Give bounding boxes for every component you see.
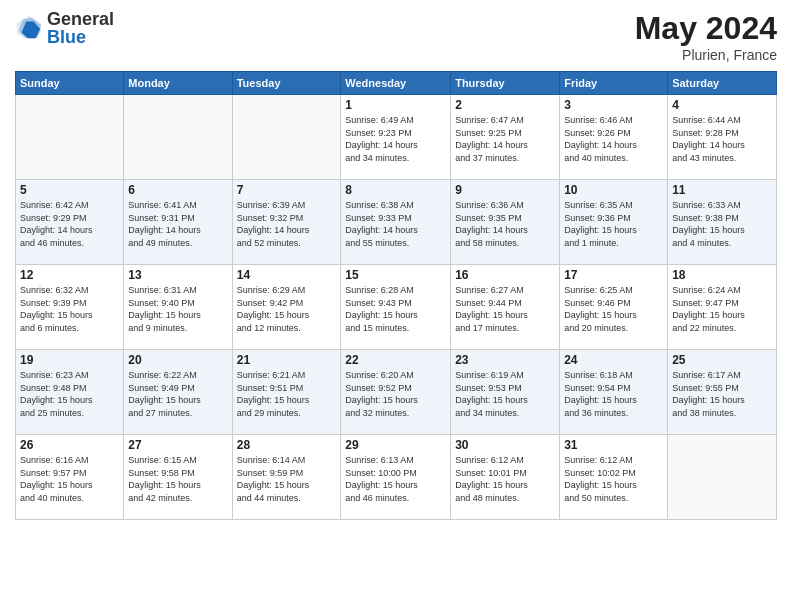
day-number: 22 <box>345 353 446 367</box>
calendar-day: 26Sunrise: 6:16 AM Sunset: 9:57 PM Dayli… <box>16 435 124 520</box>
day-info: Sunrise: 6:46 AM Sunset: 9:26 PM Dayligh… <box>564 114 663 164</box>
calendar-header: Sunday Monday Tuesday Wednesday Thursday… <box>16 72 777 95</box>
calendar-day: 15Sunrise: 6:28 AM Sunset: 9:43 PM Dayli… <box>341 265 451 350</box>
day-number: 11 <box>672 183 772 197</box>
calendar: Sunday Monday Tuesday Wednesday Thursday… <box>15 71 777 520</box>
logo-general-text: General <box>47 10 114 28</box>
title-block: May 2024 Plurien, France <box>635 10 777 63</box>
calendar-week-row: 1Sunrise: 6:49 AM Sunset: 9:23 PM Daylig… <box>16 95 777 180</box>
day-number: 4 <box>672 98 772 112</box>
calendar-day <box>232 95 341 180</box>
subtitle: Plurien, France <box>635 47 777 63</box>
day-info: Sunrise: 6:12 AM Sunset: 10:01 PM Daylig… <box>455 454 555 504</box>
header: General Blue May 2024 Plurien, France <box>15 10 777 63</box>
header-friday: Friday <box>560 72 668 95</box>
calendar-day: 17Sunrise: 6:25 AM Sunset: 9:46 PM Dayli… <box>560 265 668 350</box>
calendar-day: 24Sunrise: 6:18 AM Sunset: 9:54 PM Dayli… <box>560 350 668 435</box>
calendar-day: 21Sunrise: 6:21 AM Sunset: 9:51 PM Dayli… <box>232 350 341 435</box>
day-number: 15 <box>345 268 446 282</box>
day-number: 1 <box>345 98 446 112</box>
day-info: Sunrise: 6:49 AM Sunset: 9:23 PM Dayligh… <box>345 114 446 164</box>
day-info: Sunrise: 6:20 AM Sunset: 9:52 PM Dayligh… <box>345 369 446 419</box>
day-number: 19 <box>20 353 119 367</box>
day-number: 2 <box>455 98 555 112</box>
day-number: 30 <box>455 438 555 452</box>
day-number: 10 <box>564 183 663 197</box>
day-info: Sunrise: 6:28 AM Sunset: 9:43 PM Dayligh… <box>345 284 446 334</box>
day-info: Sunrise: 6:38 AM Sunset: 9:33 PM Dayligh… <box>345 199 446 249</box>
calendar-day: 22Sunrise: 6:20 AM Sunset: 9:52 PM Dayli… <box>341 350 451 435</box>
calendar-day: 11Sunrise: 6:33 AM Sunset: 9:38 PM Dayli… <box>668 180 777 265</box>
calendar-day: 10Sunrise: 6:35 AM Sunset: 9:36 PM Dayli… <box>560 180 668 265</box>
day-info: Sunrise: 6:18 AM Sunset: 9:54 PM Dayligh… <box>564 369 663 419</box>
weekday-header-row: Sunday Monday Tuesday Wednesday Thursday… <box>16 72 777 95</box>
logo-blue-text: Blue <box>47 28 114 46</box>
day-info: Sunrise: 6:41 AM Sunset: 9:31 PM Dayligh… <box>128 199 227 249</box>
day-info: Sunrise: 6:24 AM Sunset: 9:47 PM Dayligh… <box>672 284 772 334</box>
header-saturday: Saturday <box>668 72 777 95</box>
calendar-day <box>124 95 232 180</box>
calendar-week-row: 26Sunrise: 6:16 AM Sunset: 9:57 PM Dayli… <box>16 435 777 520</box>
calendar-day: 27Sunrise: 6:15 AM Sunset: 9:58 PM Dayli… <box>124 435 232 520</box>
day-info: Sunrise: 6:23 AM Sunset: 9:48 PM Dayligh… <box>20 369 119 419</box>
day-number: 28 <box>237 438 337 452</box>
day-info: Sunrise: 6:19 AM Sunset: 9:53 PM Dayligh… <box>455 369 555 419</box>
calendar-day: 30Sunrise: 6:12 AM Sunset: 10:01 PM Dayl… <box>451 435 560 520</box>
day-info: Sunrise: 6:22 AM Sunset: 9:49 PM Dayligh… <box>128 369 227 419</box>
calendar-day: 13Sunrise: 6:31 AM Sunset: 9:40 PM Dayli… <box>124 265 232 350</box>
calendar-day: 28Sunrise: 6:14 AM Sunset: 9:59 PM Dayli… <box>232 435 341 520</box>
day-number: 20 <box>128 353 227 367</box>
day-info: Sunrise: 6:33 AM Sunset: 9:38 PM Dayligh… <box>672 199 772 249</box>
calendar-day: 1Sunrise: 6:49 AM Sunset: 9:23 PM Daylig… <box>341 95 451 180</box>
day-info: Sunrise: 6:47 AM Sunset: 9:25 PM Dayligh… <box>455 114 555 164</box>
day-number: 5 <box>20 183 119 197</box>
header-monday: Monday <box>124 72 232 95</box>
page: General Blue May 2024 Plurien, France Su… <box>0 0 792 612</box>
calendar-day: 14Sunrise: 6:29 AM Sunset: 9:42 PM Dayli… <box>232 265 341 350</box>
day-info: Sunrise: 6:36 AM Sunset: 9:35 PM Dayligh… <box>455 199 555 249</box>
header-tuesday: Tuesday <box>232 72 341 95</box>
day-info: Sunrise: 6:44 AM Sunset: 9:28 PM Dayligh… <box>672 114 772 164</box>
day-number: 23 <box>455 353 555 367</box>
day-number: 17 <box>564 268 663 282</box>
calendar-body: 1Sunrise: 6:49 AM Sunset: 9:23 PM Daylig… <box>16 95 777 520</box>
logo-text: General Blue <box>47 10 114 46</box>
calendar-day: 2Sunrise: 6:47 AM Sunset: 9:25 PM Daylig… <box>451 95 560 180</box>
calendar-day: 31Sunrise: 6:12 AM Sunset: 10:02 PM Dayl… <box>560 435 668 520</box>
header-wednesday: Wednesday <box>341 72 451 95</box>
day-info: Sunrise: 6:16 AM Sunset: 9:57 PM Dayligh… <box>20 454 119 504</box>
calendar-day: 8Sunrise: 6:38 AM Sunset: 9:33 PM Daylig… <box>341 180 451 265</box>
day-number: 6 <box>128 183 227 197</box>
calendar-day: 4Sunrise: 6:44 AM Sunset: 9:28 PM Daylig… <box>668 95 777 180</box>
day-info: Sunrise: 6:35 AM Sunset: 9:36 PM Dayligh… <box>564 199 663 249</box>
calendar-day: 5Sunrise: 6:42 AM Sunset: 9:29 PM Daylig… <box>16 180 124 265</box>
day-info: Sunrise: 6:25 AM Sunset: 9:46 PM Dayligh… <box>564 284 663 334</box>
day-info: Sunrise: 6:14 AM Sunset: 9:59 PM Dayligh… <box>237 454 337 504</box>
calendar-day: 18Sunrise: 6:24 AM Sunset: 9:47 PM Dayli… <box>668 265 777 350</box>
calendar-day <box>668 435 777 520</box>
day-info: Sunrise: 6:27 AM Sunset: 9:44 PM Dayligh… <box>455 284 555 334</box>
calendar-day: 12Sunrise: 6:32 AM Sunset: 9:39 PM Dayli… <box>16 265 124 350</box>
day-number: 13 <box>128 268 227 282</box>
day-number: 8 <box>345 183 446 197</box>
day-info: Sunrise: 6:39 AM Sunset: 9:32 PM Dayligh… <box>237 199 337 249</box>
calendar-day: 7Sunrise: 6:39 AM Sunset: 9:32 PM Daylig… <box>232 180 341 265</box>
day-info: Sunrise: 6:32 AM Sunset: 9:39 PM Dayligh… <box>20 284 119 334</box>
day-number: 12 <box>20 268 119 282</box>
calendar-day: 9Sunrise: 6:36 AM Sunset: 9:35 PM Daylig… <box>451 180 560 265</box>
calendar-day: 20Sunrise: 6:22 AM Sunset: 9:49 PM Dayli… <box>124 350 232 435</box>
calendar-day: 23Sunrise: 6:19 AM Sunset: 9:53 PM Dayli… <box>451 350 560 435</box>
calendar-day: 6Sunrise: 6:41 AM Sunset: 9:31 PM Daylig… <box>124 180 232 265</box>
day-info: Sunrise: 6:12 AM Sunset: 10:02 PM Daylig… <box>564 454 663 504</box>
day-number: 9 <box>455 183 555 197</box>
day-info: Sunrise: 6:13 AM Sunset: 10:00 PM Daylig… <box>345 454 446 504</box>
day-number: 24 <box>564 353 663 367</box>
day-info: Sunrise: 6:31 AM Sunset: 9:40 PM Dayligh… <box>128 284 227 334</box>
day-number: 25 <box>672 353 772 367</box>
calendar-week-row: 12Sunrise: 6:32 AM Sunset: 9:39 PM Dayli… <box>16 265 777 350</box>
day-number: 7 <box>237 183 337 197</box>
day-info: Sunrise: 6:15 AM Sunset: 9:58 PM Dayligh… <box>128 454 227 504</box>
header-sunday: Sunday <box>16 72 124 95</box>
calendar-day: 25Sunrise: 6:17 AM Sunset: 9:55 PM Dayli… <box>668 350 777 435</box>
logo: General Blue <box>15 10 114 46</box>
